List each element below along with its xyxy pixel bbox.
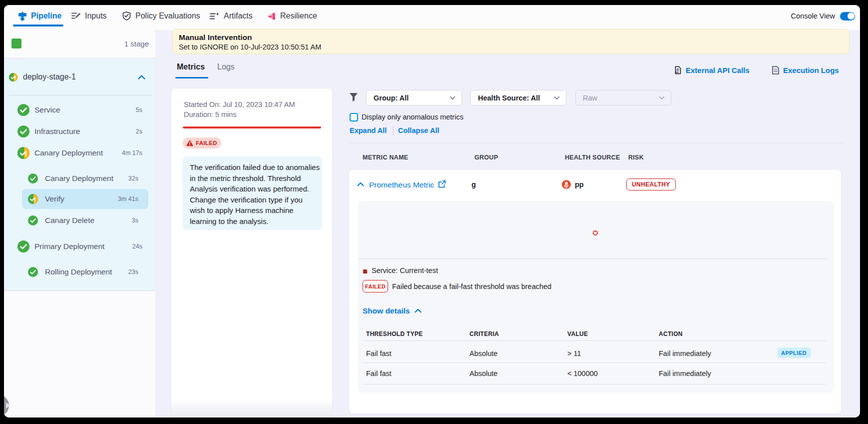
svg-text:API: API xyxy=(675,72,679,74)
